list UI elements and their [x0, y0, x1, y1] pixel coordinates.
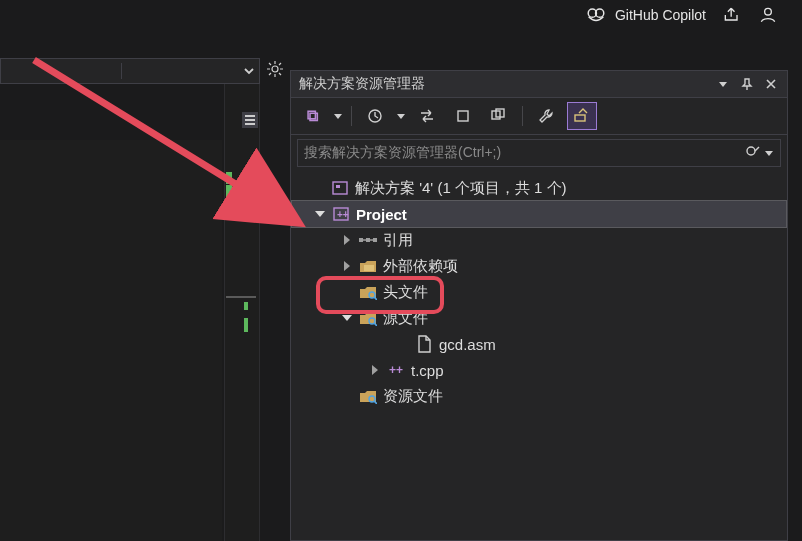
gcd-file-label: gcd.asm [439, 336, 496, 353]
editor-gutter [224, 84, 260, 541]
file-icon [415, 335, 433, 353]
editor-body[interactable] [0, 140, 222, 541]
wrench-icon [537, 107, 555, 125]
sources-node[interactable]: 源文件 [291, 305, 787, 331]
resources-node[interactable]: 资源文件 [291, 383, 787, 409]
solution-node[interactable]: 解决方案 '4' (1 个项目，共 1 个) [291, 175, 787, 201]
show-all-button[interactable] [484, 102, 514, 130]
filter-folder-icon [359, 387, 377, 405]
triangle-down-icon [342, 315, 352, 321]
svg-rect-16 [373, 238, 377, 242]
resources-label: 资源文件 [383, 387, 443, 406]
search-placeholder: 搜索解决方案资源管理器(Ctrl+;) [304, 144, 736, 162]
chevron-down-icon [719, 82, 727, 87]
project-icon: ++ [332, 205, 350, 223]
search-options-chevron[interactable] [764, 151, 774, 156]
expand-toggle[interactable] [369, 364, 381, 376]
share-icon[interactable] [722, 5, 742, 25]
solution-tree[interactable]: 解决方案 '4' (1 个项目，共 1 个) ++ Project 引用 外部依… [291, 171, 787, 540]
triangle-right-icon [344, 235, 350, 245]
toolbar-separator [351, 106, 352, 126]
tcpp-file-label: t.cpp [411, 362, 444, 379]
headers-node[interactable]: 头文件 [291, 279, 787, 305]
editor-split-line [226, 296, 256, 298]
external-deps-label: 外部依赖项 [383, 257, 458, 276]
search-go-button[interactable] [742, 142, 764, 164]
change-marker [244, 302, 248, 310]
search-icon [745, 145, 761, 161]
swap-button[interactable] [412, 102, 442, 130]
filter-folder-icon [359, 309, 377, 327]
svg-rect-17 [364, 265, 374, 271]
references-icon [359, 231, 377, 249]
person-icon[interactable] [758, 5, 778, 25]
expand-toggle[interactable] [341, 234, 353, 246]
project-node[interactable]: ++ Project [291, 200, 787, 228]
history-button[interactable] [360, 102, 390, 130]
triangle-right-icon [372, 365, 378, 375]
change-marker [244, 318, 248, 332]
external-deps-icon [359, 257, 377, 275]
headers-label: 头文件 [383, 283, 428, 302]
svg-point-3 [272, 66, 278, 72]
svg-text:++: ++ [337, 209, 349, 220]
project-label: Project [356, 206, 407, 223]
tcpp-file-node[interactable]: ++ t.cpp [291, 357, 787, 383]
sync-views-button[interactable] [242, 112, 258, 128]
properties-button[interactable] [531, 102, 561, 130]
pin-button[interactable] [739, 76, 755, 92]
change-marker [226, 185, 232, 197]
collapse-toggle[interactable] [341, 312, 353, 324]
svg-rect-11 [336, 185, 340, 188]
chevron-down-icon [243, 65, 255, 77]
swap-icon [418, 107, 436, 125]
copilot-icon [585, 4, 607, 26]
expand-toggle[interactable] [341, 260, 353, 272]
panel-header[interactable]: 解决方案资源管理器 [291, 71, 787, 98]
search-box[interactable]: 搜索解决方案资源管理器(Ctrl+;) [297, 139, 781, 167]
settings-gear-icon[interactable] [266, 60, 284, 78]
svg-point-2 [765, 8, 772, 15]
show-all-icon [490, 107, 508, 125]
triangle-right-icon [344, 261, 350, 271]
panel-menu-button[interactable] [715, 76, 731, 92]
titlebar-right: GitHub Copilot [585, 4, 778, 26]
cpp-file-icon: ++ [387, 361, 405, 379]
triangle-down-icon [315, 211, 325, 217]
home-button[interactable]: ⧉ [297, 102, 327, 130]
sources-label: 源文件 [383, 309, 428, 328]
gcd-file-node[interactable]: gcd.asm [291, 331, 787, 357]
svg-rect-5 [458, 111, 468, 121]
home-menu-chevron[interactable] [333, 114, 343, 119]
svg-rect-15 [366, 238, 370, 242]
expand-placeholder [341, 286, 353, 298]
close-button[interactable] [763, 76, 779, 92]
scope-button[interactable] [448, 102, 478, 130]
preview-button[interactable] [567, 102, 597, 130]
change-marker [226, 172, 232, 184]
references-label: 引用 [383, 231, 413, 250]
preview-icon [573, 107, 591, 125]
history-icon [366, 107, 384, 125]
copilot-label: GitHub Copilot [615, 7, 706, 23]
svg-rect-14 [359, 238, 363, 242]
toolbar-separator [522, 106, 523, 126]
panel-toolbar: ⧉ [291, 98, 787, 135]
scope-icon [455, 108, 471, 124]
solution-label: 解决方案 '4' (1 个项目，共 1 个) [355, 179, 567, 198]
github-copilot-button[interactable]: GitHub Copilot [585, 4, 706, 26]
expand-placeholder [341, 390, 353, 402]
collapse-toggle[interactable] [314, 208, 326, 220]
history-menu-chevron[interactable] [396, 114, 406, 119]
solution-explorer-panel: 解决方案资源管理器 ⧉ [290, 70, 788, 541]
editor-nav-bar[interactable] [0, 58, 260, 84]
references-node[interactable]: 引用 [291, 227, 787, 253]
expand-placeholder [313, 182, 325, 194]
solution-icon [331, 179, 349, 197]
svg-rect-8 [575, 115, 585, 121]
svg-point-9 [747, 147, 755, 155]
external-deps-node[interactable]: 外部依赖项 [291, 253, 787, 279]
vs-home-icon: ⧉ [307, 107, 318, 125]
filter-folder-icon [359, 283, 377, 301]
panel-title: 解决方案资源管理器 [299, 75, 425, 93]
